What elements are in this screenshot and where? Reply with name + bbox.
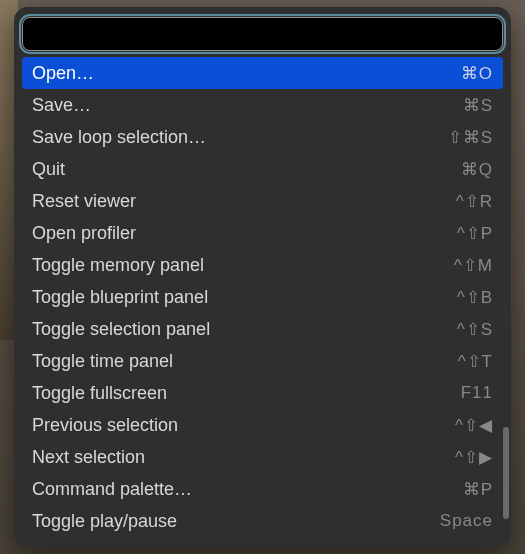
- command-item[interactable]: Toggle time panel^⇧T: [22, 345, 503, 377]
- command-shortcut: ^⇧P: [457, 223, 493, 244]
- command-item[interactable]: Toggle selection panel^⇧S: [22, 313, 503, 345]
- command-label: Save…: [32, 95, 91, 116]
- command-shortcut: ⌘O: [461, 63, 493, 84]
- command-label: Toggle fullscreen: [32, 383, 167, 404]
- command-item[interactable]: Save…⌘S: [22, 89, 503, 121]
- command-shortcut: Space: [440, 511, 493, 531]
- command-shortcut: ^⇧S: [457, 319, 493, 340]
- command-item[interactable]: Previous selection^⇧◀: [22, 409, 503, 441]
- command-label: Quit: [32, 159, 65, 180]
- command-item[interactable]: Toggle blueprint panel^⇧B: [22, 281, 503, 313]
- command-shortcut: ⌘P: [463, 479, 493, 500]
- command-label: Open…: [32, 63, 94, 84]
- command-label: Save loop selection…: [32, 127, 206, 148]
- command-item[interactable]: Open…⌘O: [22, 57, 503, 89]
- command-label: Reset viewer: [32, 191, 136, 212]
- command-label: Toggle blueprint panel: [32, 287, 208, 308]
- command-label: Toggle play/pause: [32, 511, 177, 532]
- command-label: Toggle time panel: [32, 351, 173, 372]
- command-item[interactable]: Toggle play/pauseSpace: [22, 505, 503, 537]
- command-label: Command palette…: [32, 479, 192, 500]
- command-shortcut: ^⇧B: [457, 287, 493, 308]
- command-shortcut: F11: [461, 383, 493, 403]
- search-input[interactable]: [22, 17, 503, 51]
- command-shortcut: ^⇧▶: [455, 447, 493, 468]
- command-shortcut: ^⇧R: [456, 191, 493, 212]
- command-item[interactable]: Open profiler^⇧P: [22, 217, 503, 249]
- command-label: Open profiler: [32, 223, 136, 244]
- command-shortcut: ^⇧M: [454, 255, 493, 276]
- command-label: Toggle memory panel: [32, 255, 204, 276]
- scrollbar-thumb[interactable]: [503, 427, 509, 519]
- command-shortcut: ⇧⌘S: [448, 127, 493, 148]
- command-item[interactable]: Save loop selection…⇧⌘S: [22, 121, 503, 153]
- command-list: Open…⌘OSave…⌘SSave loop selection…⇧⌘SQui…: [22, 57, 503, 537]
- command-item[interactable]: Quit⌘Q: [22, 153, 503, 185]
- command-label: Next selection: [32, 447, 145, 468]
- command-item[interactable]: Next selection^⇧▶: [22, 441, 503, 473]
- command-item[interactable]: Reset viewer^⇧R: [22, 185, 503, 217]
- command-shortcut: ⌘S: [463, 95, 493, 116]
- command-item[interactable]: Toggle memory panel^⇧M: [22, 249, 503, 281]
- command-label: Toggle selection panel: [32, 319, 210, 340]
- command-item[interactable]: Toggle fullscreenF11: [22, 377, 503, 409]
- command-palette: Open…⌘OSave…⌘SSave loop selection…⇧⌘SQui…: [14, 7, 511, 547]
- command-shortcut: ⌘Q: [461, 159, 493, 180]
- command-shortcut: ^⇧T: [458, 351, 493, 372]
- command-label: Previous selection: [32, 415, 178, 436]
- command-item[interactable]: Command palette…⌘P: [22, 473, 503, 505]
- command-shortcut: ^⇧◀: [455, 415, 493, 436]
